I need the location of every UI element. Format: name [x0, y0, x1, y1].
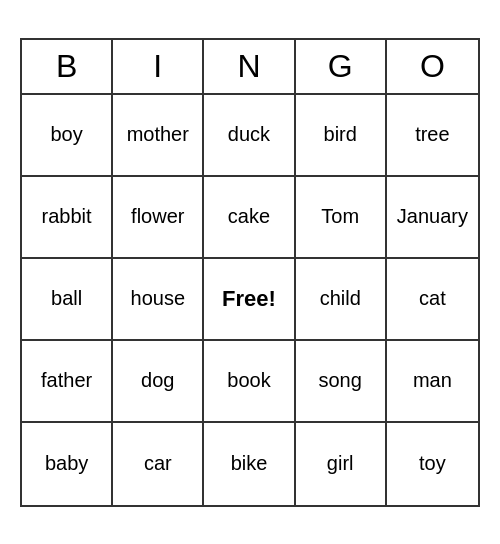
cell-0-3[interactable]: bird [296, 95, 387, 177]
cell-3-1[interactable]: dog [113, 341, 204, 423]
header-g: G [296, 40, 387, 93]
cell-3-3[interactable]: song [296, 341, 387, 423]
cell-4-0[interactable]: baby [22, 423, 113, 505]
cell-0-2[interactable]: duck [204, 95, 295, 177]
header-i: I [113, 40, 204, 93]
cell-4-3[interactable]: girl [296, 423, 387, 505]
cell-0-0[interactable]: boy [22, 95, 113, 177]
cell-2-4[interactable]: cat [387, 259, 478, 341]
cell-free[interactable]: Free! [204, 259, 295, 341]
cell-2-1[interactable]: house [113, 259, 204, 341]
header-o: O [387, 40, 478, 93]
cell-0-4[interactable]: tree [387, 95, 478, 177]
bingo-grid: boy mother duck bird tree rabbit flower … [22, 95, 478, 505]
cell-4-4[interactable]: toy [387, 423, 478, 505]
bingo-header: B I N G O [22, 40, 478, 95]
cell-4-2[interactable]: bike [204, 423, 295, 505]
bingo-board: B I N G O boy mother duck bird tree rabb… [20, 38, 480, 507]
header-b: B [22, 40, 113, 93]
cell-1-1[interactable]: flower [113, 177, 204, 259]
cell-1-3[interactable]: Tom [296, 177, 387, 259]
cell-3-0[interactable]: father [22, 341, 113, 423]
cell-1-0[interactable]: rabbit [22, 177, 113, 259]
cell-1-4[interactable]: January [387, 177, 478, 259]
cell-3-2[interactable]: book [204, 341, 295, 423]
cell-0-1[interactable]: mother [113, 95, 204, 177]
header-n: N [204, 40, 295, 93]
cell-1-2[interactable]: cake [204, 177, 295, 259]
cell-3-4[interactable]: man [387, 341, 478, 423]
cell-2-0[interactable]: ball [22, 259, 113, 341]
cell-4-1[interactable]: car [113, 423, 204, 505]
cell-2-3[interactable]: child [296, 259, 387, 341]
